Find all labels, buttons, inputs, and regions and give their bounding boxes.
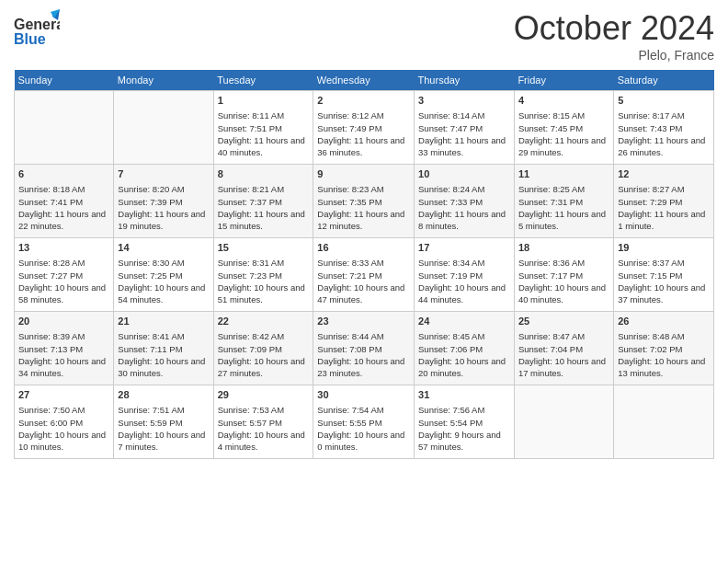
sunset-text: Sunset: 7:47 PM (418, 122, 510, 134)
sunrise-text: Sunrise: 8:37 AM (618, 257, 710, 269)
day-number: 1 (218, 94, 310, 108)
day-number: 3 (418, 94, 510, 108)
sunrise-text: Sunrise: 8:11 AM (218, 109, 310, 121)
sunset-text: Sunset: 7:17 PM (518, 270, 609, 282)
sunrise-text: Sunrise: 8:33 AM (317, 257, 410, 269)
day-number: 23 (317, 315, 410, 328)
cell-day-9: 9Sunrise: 8:23 AMSunset: 7:35 PMDaylight… (313, 165, 415, 238)
sunrise-text: Sunrise: 7:54 AM (317, 404, 410, 416)
location: Plelo, France (514, 48, 714, 63)
cell-day-15: 15Sunrise: 8:31 AMSunset: 7:23 PMDayligh… (213, 238, 313, 312)
daylight-text: Daylight: 11 hours and 5 minutes. (518, 208, 609, 233)
day-number: 29 (218, 388, 310, 402)
day-number: 17 (418, 241, 510, 255)
daylight-text: Daylight: 10 hours and 40 minutes. (518, 282, 609, 306)
sunrise-text: Sunrise: 8:30 AM (118, 257, 209, 269)
sunset-text: Sunset: 6:00 PM (18, 417, 109, 429)
cell-day-31: 31Sunrise: 7:56 AMSunset: 5:54 PMDayligh… (415, 385, 515, 459)
day-number: 27 (18, 388, 109, 402)
sunrise-text: Sunrise: 8:28 AM (18, 257, 109, 269)
cell-day-empty (114, 91, 213, 165)
sunset-text: Sunset: 7:27 PM (18, 270, 109, 282)
header-row: Sunday Monday Tuesday Wednesday Thursday… (15, 70, 714, 91)
week-row-1: 1Sunrise: 8:11 AMSunset: 7:51 PMDaylight… (15, 91, 714, 165)
daylight-text: Daylight: 10 hours and 4 minutes. (218, 429, 310, 454)
cell-day-17: 17Sunrise: 8:34 AMSunset: 7:19 PMDayligh… (415, 238, 515, 312)
sunset-text: Sunset: 7:13 PM (18, 343, 109, 355)
sunset-text: Sunset: 7:37 PM (218, 196, 310, 208)
sunset-text: Sunset: 5:55 PM (317, 417, 410, 429)
day-number: 30 (317, 388, 410, 402)
daylight-text: Daylight: 10 hours and 17 minutes. (518, 355, 609, 380)
cell-day-7: 7Sunrise: 8:20 AMSunset: 7:39 PMDaylight… (114, 165, 213, 238)
day-number: 12 (618, 167, 710, 181)
logo-icon: General Blue (14, 9, 60, 51)
col-tuesday: Tuesday (213, 70, 313, 91)
daylight-text: Daylight: 9 hours and 57 minutes. (418, 429, 510, 454)
week-row-2: 6Sunrise: 8:18 AMSunset: 7:41 PMDaylight… (15, 165, 714, 238)
daylight-text: Daylight: 10 hours and 58 minutes. (18, 282, 109, 306)
day-number: 28 (118, 388, 209, 402)
day-number: 16 (317, 241, 410, 255)
sunset-text: Sunset: 7:08 PM (317, 343, 410, 355)
daylight-text: Daylight: 11 hours and 26 minutes. (618, 134, 710, 159)
sunrise-text: Sunrise: 8:21 AM (218, 183, 310, 195)
cell-day-empty (614, 385, 714, 459)
sunset-text: Sunset: 7:31 PM (518, 196, 609, 208)
cell-day-12: 12Sunrise: 8:27 AMSunset: 7:29 PMDayligh… (614, 165, 714, 238)
day-number: 13 (18, 241, 109, 255)
cell-day-16: 16Sunrise: 8:33 AMSunset: 7:21 PMDayligh… (313, 238, 415, 312)
col-monday: Monday (114, 70, 213, 91)
daylight-text: Daylight: 10 hours and 37 minutes. (618, 282, 710, 306)
cell-day-1: 1Sunrise: 8:11 AMSunset: 7:51 PMDaylight… (213, 91, 313, 165)
daylight-text: Daylight: 11 hours and 33 minutes. (418, 134, 510, 159)
sunrise-text: Sunrise: 8:44 AM (317, 330, 410, 342)
sunrise-text: Sunrise: 8:42 AM (218, 330, 310, 342)
cell-day-29: 29Sunrise: 7:53 AMSunset: 5:57 PMDayligh… (213, 385, 313, 459)
day-number: 8 (218, 167, 310, 181)
day-number: 10 (418, 167, 510, 181)
daylight-text: Daylight: 10 hours and 7 minutes. (118, 429, 209, 454)
cell-day-2: 2Sunrise: 8:12 AMSunset: 7:49 PMDaylight… (313, 91, 415, 165)
daylight-text: Daylight: 11 hours and 36 minutes. (317, 134, 410, 159)
sunset-text: Sunset: 5:57 PM (218, 417, 310, 429)
sunrise-text: Sunrise: 8:14 AM (418, 109, 510, 121)
day-number: 24 (418, 315, 510, 328)
daylight-text: Daylight: 10 hours and 20 minutes. (418, 355, 510, 380)
day-number: 26 (618, 315, 710, 328)
sunset-text: Sunset: 7:25 PM (118, 270, 209, 282)
cell-day-28: 28Sunrise: 7:51 AMSunset: 5:59 PMDayligh… (114, 385, 213, 459)
daylight-text: Daylight: 11 hours and 12 minutes. (317, 208, 410, 233)
sunrise-text: Sunrise: 8:27 AM (618, 183, 710, 195)
daylight-text: Daylight: 10 hours and 27 minutes. (218, 355, 310, 380)
week-row-3: 13Sunrise: 8:28 AMSunset: 7:27 PMDayligh… (15, 238, 714, 312)
sunrise-text: Sunrise: 8:25 AM (518, 183, 609, 195)
day-number: 2 (317, 94, 410, 108)
sunset-text: Sunset: 7:29 PM (618, 196, 710, 208)
daylight-text: Daylight: 10 hours and 44 minutes. (418, 282, 510, 306)
daylight-text: Daylight: 11 hours and 29 minutes. (518, 134, 609, 159)
col-saturday: Saturday (614, 70, 714, 91)
sunrise-text: Sunrise: 8:31 AM (218, 257, 310, 269)
svg-text:General: General (14, 17, 60, 32)
sunrise-text: Sunrise: 8:41 AM (118, 330, 209, 342)
daylight-text: Daylight: 11 hours and 15 minutes. (218, 208, 310, 233)
daylight-text: Daylight: 10 hours and 13 minutes. (618, 355, 710, 380)
sunrise-text: Sunrise: 8:17 AM (618, 109, 710, 121)
cell-day-20: 20Sunrise: 8:39 AMSunset: 7:13 PMDayligh… (15, 312, 114, 385)
sunrise-text: Sunrise: 8:20 AM (118, 183, 209, 195)
sunset-text: Sunset: 7:49 PM (317, 122, 410, 134)
cell-day-4: 4Sunrise: 8:15 AMSunset: 7:45 PMDaylight… (514, 91, 613, 165)
col-friday: Friday (514, 70, 613, 91)
sunrise-text: Sunrise: 7:51 AM (118, 404, 209, 416)
sunset-text: Sunset: 7:43 PM (618, 122, 710, 134)
col-wednesday: Wednesday (313, 70, 415, 91)
cell-day-5: 5Sunrise: 8:17 AMSunset: 7:43 PMDaylight… (614, 91, 714, 165)
sunset-text: Sunset: 7:41 PM (18, 196, 109, 208)
cell-day-18: 18Sunrise: 8:36 AMSunset: 7:17 PMDayligh… (514, 238, 613, 312)
day-number: 4 (518, 94, 609, 108)
daylight-text: Daylight: 10 hours and 0 minutes. (317, 429, 410, 454)
day-number: 20 (18, 315, 109, 328)
cell-day-empty (15, 91, 114, 165)
cell-day-empty (514, 385, 613, 459)
